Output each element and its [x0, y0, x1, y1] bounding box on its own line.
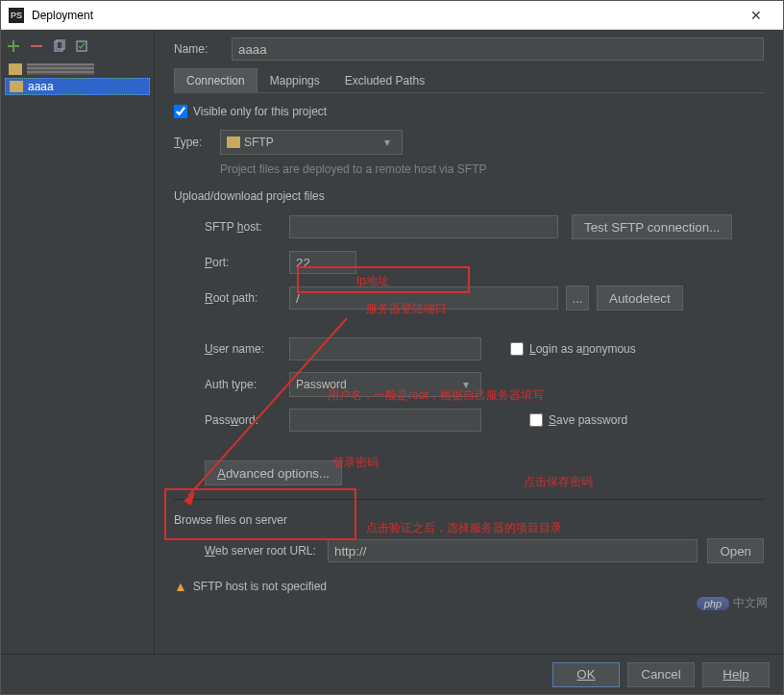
- autodetect-button[interactable]: Autodetect: [597, 285, 683, 310]
- main-area: aaaa Name: Connection Mappings Excluded …: [1, 30, 783, 654]
- svg-rect-3: [9, 63, 22, 75]
- visible-only-label: Visible only for this project: [193, 105, 327, 118]
- password-input[interactable]: [289, 409, 481, 432]
- warning-icon: ▲: [174, 579, 187, 594]
- web-url-label: Web server root URL:: [174, 544, 328, 558]
- port-label: Port:: [174, 256, 289, 269]
- visible-only-checkbox[interactable]: [174, 105, 187, 118]
- auth-type-label: Auth type:: [174, 378, 289, 391]
- sftp-icon: [227, 137, 240, 148]
- test-connection-button[interactable]: Test SFTP connection...: [572, 214, 732, 239]
- help-button[interactable]: Help: [702, 662, 770, 687]
- browse-root-button[interactable]: ...: [566, 285, 589, 310]
- tab-mappings[interactable]: Mappings: [257, 68, 332, 92]
- server-tree: aaaa: [5, 61, 150, 95]
- app-icon: PS: [9, 8, 24, 23]
- titlebar: PS Deployment ✕: [1, 1, 783, 30]
- root-path-row: Root path: ... Autodetect: [174, 285, 764, 310]
- name-row: Name:: [174, 37, 764, 61]
- tree-item-label: aaaa: [28, 80, 54, 93]
- username-row: User name: Login as anonymous: [174, 337, 764, 360]
- server-icon: [9, 63, 22, 75]
- username-input[interactable]: [289, 337, 481, 360]
- sftp-host-label: SFTP host:: [174, 220, 289, 234]
- section-upload: Upload/download project files: [174, 189, 764, 203]
- name-input[interactable]: [232, 37, 764, 61]
- svg-rect-4: [10, 81, 23, 92]
- save-password-checkbox[interactable]: [529, 413, 543, 427]
- cancel-button[interactable]: Cancel: [627, 662, 695, 687]
- section-browse: Browse files on server: [174, 513, 764, 527]
- save-password-label: Save password: [549, 413, 627, 427]
- default-icon[interactable]: [76, 39, 89, 53]
- advanced-options-button[interactable]: Advanced options...: [205, 460, 342, 485]
- obscured-label: [27, 63, 94, 75]
- chevron-down-icon: ▾: [379, 136, 396, 149]
- open-button[interactable]: Open: [707, 538, 764, 563]
- chevron-down-icon: ▾: [457, 378, 475, 391]
- content-panel: Name: Connection Mappings Excluded Paths…: [155, 30, 783, 654]
- tree-item-selected[interactable]: aaaa: [5, 78, 150, 95]
- tab-excluded[interactable]: Excluded Paths: [332, 68, 437, 92]
- name-label: Name:: [174, 42, 232, 56]
- ok-button[interactable]: OK: [552, 662, 620, 687]
- advanced-row: Advanced options...: [174, 460, 764, 485]
- validation-text: SFTP host is not specified: [193, 580, 327, 593]
- window-title: Deployment: [32, 9, 737, 22]
- copy-icon[interactable]: [53, 39, 66, 53]
- sftp-host-input[interactable]: [289, 215, 558, 238]
- sidebar-toolbar: [5, 36, 150, 61]
- anonymous-checkbox[interactable]: [510, 342, 524, 356]
- remove-icon[interactable]: [30, 39, 43, 53]
- type-select[interactable]: SFTP ▾: [220, 130, 403, 155]
- tab-connection[interactable]: Connection: [174, 68, 257, 93]
- anonymous-label: Login as anonymous: [529, 342, 636, 356]
- auth-type-select[interactable]: Password ▾: [289, 372, 481, 397]
- close-icon[interactable]: ✕: [737, 8, 775, 23]
- tree-item[interactable]: [5, 61, 150, 78]
- web-url-row: Web server root URL: Open: [174, 538, 764, 563]
- tabs: Connection Mappings Excluded Paths: [174, 68, 764, 93]
- password-row: Password: Save password: [174, 409, 764, 432]
- type-label: Type:: [174, 136, 220, 149]
- footer: OK Cancel Help: [1, 654, 783, 694]
- add-icon[interactable]: [7, 39, 20, 53]
- port-row: Port:: [174, 251, 764, 274]
- validation-row: ▲ SFTP host is not specified: [174, 579, 764, 594]
- web-url-input[interactable]: [328, 539, 698, 562]
- deployment-window: PS Deployment ✕ aaaa: [0, 0, 784, 695]
- username-label: User name:: [174, 342, 289, 356]
- password-label: Password:: [174, 413, 289, 427]
- type-hint: Project files are deployed to a remote h…: [220, 162, 764, 176]
- separator: [174, 499, 764, 500]
- type-row: Type: SFTP ▾: [174, 130, 764, 155]
- watermark: php 中文网: [697, 595, 768, 611]
- auth-type-row: Auth type: Password ▾: [174, 372, 764, 397]
- root-path-label: Root path:: [174, 291, 289, 305]
- sidebar: aaaa: [1, 30, 155, 654]
- svg-rect-5: [227, 137, 240, 148]
- port-input[interactable]: [289, 251, 356, 274]
- visible-only-row: Visible only for this project: [174, 105, 764, 118]
- root-path-input[interactable]: [289, 286, 558, 310]
- php-badge: php: [697, 597, 729, 610]
- sftp-host-row: SFTP host: Test SFTP connection...: [174, 214, 764, 239]
- server-icon: [10, 81, 23, 92]
